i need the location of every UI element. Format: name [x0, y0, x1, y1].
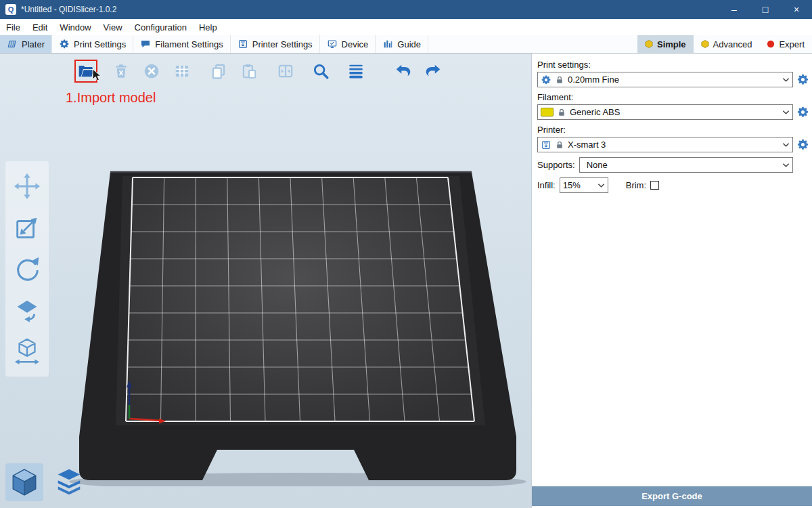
app-logo-icon: Q — [5, 4, 16, 15]
gear-icon — [59, 39, 70, 49]
paste-icon[interactable] — [239, 61, 259, 81]
measure-icon[interactable] — [8, 333, 46, 371]
search-icon[interactable] — [311, 61, 331, 81]
tab-label: Guide — [397, 39, 421, 49]
chevron-down-icon — [782, 163, 790, 168]
infill-value: 15% — [563, 180, 581, 190]
mode-switcher: SimpleAdvancedExpert — [637, 35, 812, 53]
tab-label: Printer Settings — [252, 39, 313, 49]
menu-help[interactable]: Help — [193, 19, 223, 35]
mode-simple[interactable]: Simple — [637, 35, 694, 53]
menu-window[interactable]: Window — [53, 19, 97, 35]
filament-icon — [140, 39, 151, 49]
printer-label: Printer: — [537, 125, 809, 135]
mode-expert[interactable]: Expert — [759, 35, 812, 53]
filament-label: Filament: — [537, 92, 809, 102]
tabbar: PlaterPrint SettingsFilament SettingsPri… — [0, 35, 812, 54]
filament-gear-button[interactable] — [796, 106, 809, 119]
menu-file[interactable]: File — [0, 19, 26, 35]
view-mode-buttons — [5, 463, 88, 501]
printer-value: X-smart 3 — [568, 140, 606, 150]
chevron-down-icon — [782, 77, 790, 83]
tab-label: Plater — [22, 39, 45, 49]
menu-edit[interactable]: Edit — [26, 19, 53, 35]
tab-filament-settings[interactable]: Filament Settings — [133, 35, 230, 53]
maximize-button[interactable]: □ — [750, 0, 781, 19]
mode-label: Advanced — [713, 39, 752, 49]
lock-icon — [555, 140, 564, 150]
scale-icon[interactable] — [8, 209, 46, 247]
print-bed — [64, 161, 538, 486]
lock-icon — [557, 108, 566, 117]
print-settings-gear-button[interactable] — [796, 73, 809, 86]
printer-combo[interactable]: X-smart 3 — [537, 137, 793, 152]
delete-all-icon[interactable] — [141, 61, 162, 81]
settings-sidebar: Print settings: 0.20mm Fine Filament: Ge… — [531, 54, 812, 508]
tab-printer-settings[interactable]: Printer Settings — [231, 35, 320, 53]
hexagon-dot-icon — [701, 40, 709, 48]
layers-icon[interactable] — [346, 61, 366, 81]
tab-label: Filament Settings — [155, 39, 223, 49]
printer-icon — [238, 39, 248, 49]
arrange-icon[interactable] — [172, 61, 192, 81]
layers-view-icon[interactable] — [50, 463, 88, 501]
mode-advanced[interactable]: Advanced — [694, 35, 760, 53]
redo-icon[interactable] — [423, 61, 443, 81]
infill-label: Infill: — [537, 180, 556, 190]
hexagon-dot-icon — [645, 40, 653, 48]
mode-label: Simple — [657, 39, 686, 49]
infill-combo[interactable]: 15% — [560, 177, 608, 193]
flatten-icon[interactable] — [8, 291, 46, 329]
tab-device[interactable]: Device — [320, 35, 376, 53]
import-annotation: 1.Import model — [66, 90, 156, 106]
split-icon[interactable] — [275, 61, 296, 81]
supports-combo[interactable]: None — [579, 157, 793, 173]
export-gcode-button[interactable]: Export G-code — [532, 486, 812, 506]
chevron-down-icon — [782, 142, 790, 148]
circle-dot-icon — [767, 40, 775, 48]
printer-gear-button[interactable] — [796, 138, 809, 151]
brim-checkbox[interactable] — [650, 181, 659, 190]
window-title: *Untitled - QIDISlicer-1.0.2 — [21, 5, 116, 14]
tab-plater[interactable]: Plater — [0, 35, 52, 53]
chevron-down-icon — [782, 110, 790, 115]
chevron-down-icon — [597, 183, 605, 188]
move-icon[interactable] — [8, 167, 46, 205]
tab-label: Device — [342, 39, 369, 49]
supports-label: Supports: — [537, 160, 575, 170]
viewport-toolbar — [76, 61, 443, 81]
filament-combo[interactable]: Generic ABS — [537, 104, 793, 120]
menu-view[interactable]: View — [97, 19, 129, 35]
device-icon — [327, 39, 338, 49]
print-settings-combo[interactable]: 0.20mm Fine — [537, 72, 793, 87]
close-button[interactable]: × — [781, 0, 812, 19]
titlebar: Q *Untitled - QIDISlicer-1.0.2 – □ × — [0, 0, 812, 19]
guide-icon — [382, 39, 393, 49]
menubar: FileEditWindowViewConfigurationHelp — [0, 19, 812, 35]
viewcube-icon[interactable] — [5, 463, 43, 501]
filament-value: Generic ABS — [570, 107, 620, 117]
3d-viewport[interactable]: 1.Import model — [0, 54, 531, 508]
print-settings-value: 0.20mm Fine — [568, 75, 619, 85]
tab-guide[interactable]: Guide — [376, 35, 428, 53]
lock-icon — [555, 75, 564, 85]
supports-value: None — [587, 160, 608, 170]
tab-list: PlaterPrint SettingsFilament SettingsPri… — [0, 35, 428, 53]
gizmo-toolbar — [5, 161, 49, 377]
tab-print-settings[interactable]: Print Settings — [52, 35, 133, 53]
mouse-cursor-icon — [91, 68, 104, 82]
undo-icon[interactable] — [393, 61, 413, 81]
print-settings-label: Print settings: — [537, 60, 809, 70]
minimize-button[interactable]: – — [719, 0, 750, 19]
menu-configuration[interactable]: Configuration — [129, 19, 193, 35]
copy-icon[interactable] — [208, 61, 229, 81]
tab-label: Print Settings — [74, 39, 126, 49]
plater-icon — [7, 39, 18, 49]
mode-label: Expert — [779, 39, 805, 49]
filament-color-swatch — [541, 108, 554, 117]
gear-icon — [541, 75, 551, 85]
delete-icon[interactable] — [111, 61, 131, 81]
brim-label: Brim: — [626, 180, 646, 190]
printer-icon — [541, 140, 551, 150]
rotate-icon[interactable] — [8, 250, 46, 288]
